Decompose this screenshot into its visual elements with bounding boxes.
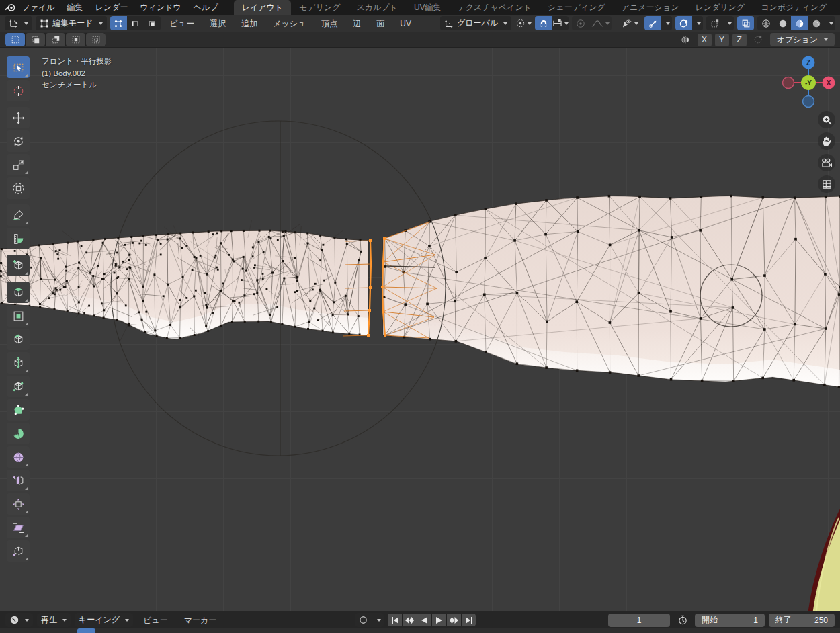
zoom-button[interactable]	[818, 111, 835, 128]
show-gizmo-toggle[interactable]	[644, 16, 661, 30]
mode-select-button[interactable]: 編集モード	[36, 16, 107, 30]
snap-toggle-button[interactable]	[535, 16, 552, 30]
pivot-point-button[interactable]	[515, 16, 532, 30]
viewport-gizmos-toggle[interactable]	[706, 16, 723, 30]
tab-animation[interactable]: アニメーション	[614, 0, 687, 15]
navigation-gizmo[interactable]: Z X -Y	[782, 54, 835, 108]
vertex-select-button[interactable]	[110, 16, 127, 30]
tool-loop-cut[interactable]	[7, 352, 30, 374]
select-mode-intersect[interactable]	[86, 33, 106, 46]
mirror-button[interactable]	[677, 33, 694, 47]
gizmo-dropdown[interactable]	[661, 16, 672, 30]
tool-move[interactable]	[7, 107, 30, 128]
tool-edge-slide[interactable]	[7, 470, 30, 491]
select-mode-extend[interactable]	[26, 33, 45, 46]
menu-view[interactable]: ビュー	[164, 16, 201, 31]
snap-target-button[interactable]	[552, 16, 569, 30]
tool-spin[interactable]	[7, 423, 30, 444]
menu-face[interactable]: 面	[370, 16, 390, 31]
menu-add[interactable]: 追加	[235, 16, 263, 31]
absolute-grid-snap-toggle[interactable]	[750, 33, 767, 47]
overlays-dropdown[interactable]	[692, 16, 703, 30]
select-mode-difference[interactable]	[66, 33, 85, 46]
playhead-marker[interactable]	[77, 628, 95, 633]
shading-rendered-button[interactable]	[808, 16, 825, 30]
tool-extrude-region[interactable]	[7, 282, 30, 303]
tool-transform[interactable]	[7, 177, 30, 199]
tool-knife[interactable]	[7, 376, 30, 397]
face-select-button[interactable]	[144, 16, 161, 30]
tool-add-cube[interactable]	[7, 255, 30, 276]
timeline-track[interactable]	[0, 628, 840, 633]
menu-render[interactable]: レンダー	[89, 0, 134, 15]
blender-logo-icon[interactable]	[4, 1, 15, 13]
gizmo-minus-x-axis[interactable]	[783, 77, 794, 89]
current-frame-field[interactable]: 1	[608, 614, 670, 627]
mirror-y-toggle[interactable]: Y	[715, 34, 729, 46]
tool-smooth[interactable]	[7, 446, 30, 468]
prev-keyframe-button[interactable]	[403, 614, 417, 626]
gizmo-minus-z-axis[interactable]	[803, 96, 814, 108]
mirror-x-toggle[interactable]: X	[698, 34, 712, 46]
tool-annotate[interactable]	[7, 204, 30, 226]
menu-edge[interactable]: 辺	[347, 16, 367, 31]
tool-bevel[interactable]	[7, 329, 30, 350]
select-mode-subtract[interactable]	[46, 33, 65, 46]
ortho-toggle-button[interactable]	[818, 175, 835, 193]
edge-select-button[interactable]	[127, 16, 144, 30]
auto-keyframe-toggle[interactable]	[355, 613, 372, 627]
tool-measure[interactable]	[7, 228, 30, 249]
shading-solid-button[interactable]	[774, 16, 791, 30]
viewport-gizmos-dropdown[interactable]	[723, 16, 734, 30]
menu-help[interactable]: ヘルプ	[187, 0, 224, 15]
menu-window[interactable]: ウィンドウ	[134, 0, 187, 15]
tab-rendering[interactable]: レンダリング	[687, 0, 753, 15]
visibility-dropdown-button[interactable]	[618, 16, 641, 30]
tab-geometry-nodes[interactable]: ジオメトリノード	[835, 0, 840, 15]
falloff-curve-button[interactable]	[589, 16, 612, 30]
tool-rotate[interactable]	[7, 130, 30, 152]
menu-edit[interactable]: 編集	[61, 0, 89, 15]
frame-start-field[interactable]: 開始 1	[695, 614, 765, 627]
editor-type-button[interactable]	[5, 16, 32, 30]
proportional-editing-button[interactable]	[572, 16, 589, 30]
jump-to-end-button[interactable]	[462, 614, 476, 626]
viewport[interactable]: フロント・平行投影 (1) Body.002 センチメートル Z X -Y	[0, 48, 840, 611]
tool-rip-region[interactable]	[7, 540, 30, 562]
shading-wireframe-button[interactable]	[757, 16, 774, 30]
tab-texture-paint[interactable]: テクスチャペイント	[450, 0, 540, 15]
timeline-editor-type-button[interactable]	[5, 613, 33, 627]
tool-inset-faces[interactable]	[7, 305, 30, 327]
playback-menu-button[interactable]: 再生	[37, 613, 71, 627]
timeline-menu-marker[interactable]: マーカー	[178, 613, 223, 628]
tab-layout[interactable]: レイアウト	[234, 0, 291, 15]
keying-menu-button[interactable]: キーイング	[75, 613, 133, 627]
menu-vertex[interactable]: 頂点	[315, 16, 343, 31]
mirror-z-toggle[interactable]: Z	[732, 34, 747, 46]
play-button[interactable]	[432, 614, 446, 626]
show-overlays-toggle[interactable]	[675, 16, 692, 30]
shading-dropdown[interactable]	[825, 16, 835, 30]
autokey-dropdown[interactable]	[372, 613, 384, 627]
select-mode-new[interactable]	[5, 33, 25, 46]
tab-compositing[interactable]: コンポジティング	[753, 0, 835, 15]
options-button[interactable]: オプション	[770, 33, 835, 46]
camera-view-button[interactable]	[818, 154, 835, 171]
menu-file[interactable]: ファイル	[15, 0, 60, 15]
jump-to-start-button[interactable]	[388, 614, 402, 626]
pan-button[interactable]	[818, 132, 835, 150]
menu-mesh[interactable]: メッシュ	[267, 16, 312, 31]
timeline-menu-view[interactable]: ビュー	[137, 613, 174, 628]
play-reverse-button[interactable]	[417, 614, 431, 626]
tab-modeling[interactable]: モデリング	[291, 0, 348, 15]
tool-scale[interactable]	[7, 154, 30, 175]
tool-poly-build[interactable]	[7, 399, 30, 421]
tool-cursor[interactable]	[7, 80, 30, 101]
tool-shrink-fatten[interactable]	[7, 493, 30, 515]
tool-select-box[interactable]	[7, 56, 30, 78]
menu-select[interactable]: 選択	[204, 16, 232, 31]
tab-uv-editing[interactable]: UV編集	[406, 0, 450, 15]
next-keyframe-button[interactable]	[447, 614, 461, 626]
transform-orientation-button[interactable]: グローバル	[440, 16, 511, 30]
use-preview-range-toggle[interactable]	[674, 613, 691, 627]
